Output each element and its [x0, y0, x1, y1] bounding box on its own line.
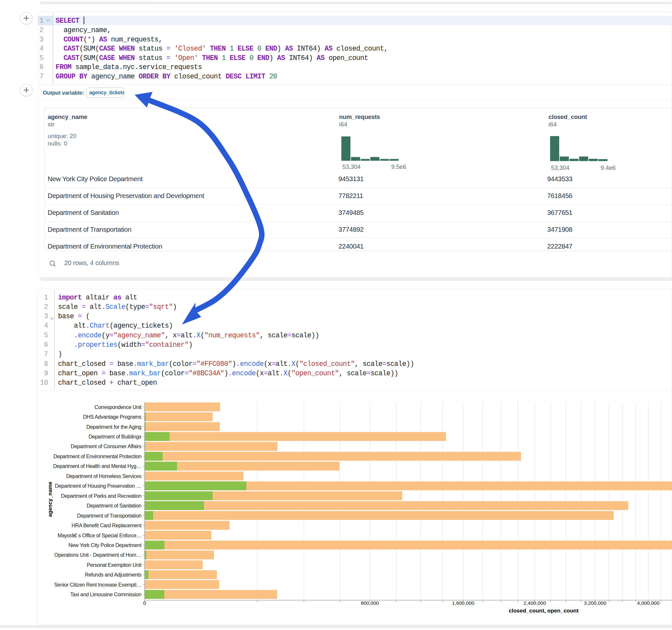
svg-text:agency_name: agency_name: [47, 482, 53, 517]
svg-text:Mayorâ€ s Office of Special En: Mayorâ€ s Office of Special Enforce…: [58, 533, 141, 538]
svg-text:Correspondence Unit: Correspondence Unit: [94, 405, 141, 410]
svg-text:Taxi and Limousine Commission: Taxi and Limousine Commission: [70, 592, 141, 597]
svg-text:New York City Police Departmen: New York City Police Department: [68, 542, 142, 548]
svg-text:Personal Exemption Unit: Personal Exemption Unit: [87, 562, 142, 568]
svg-text:closed_count, open_count: closed_count, open_count: [509, 608, 579, 614]
svg-text:4,000,000: 4,000,000: [637, 600, 659, 606]
svg-text:Department of Environmental Pr: Department of Environmental Protection: [53, 454, 141, 459]
svg-text:1,600,000: 1,600,000: [452, 600, 474, 606]
svg-text:Department for the Aging: Department for the Aging: [87, 424, 141, 430]
svg-text:Operations Unit - Department o: Operations Unit - Department of Hom…: [54, 552, 141, 558]
svg-text:Department of Housing Preserva: Department of Housing Preservation …: [55, 483, 141, 489]
svg-text:Department of Sanitation: Department of Sanitation: [87, 503, 141, 508]
svg-text:Department of Health and Menta: Department of Health and Mental Hyg…: [53, 463, 141, 469]
svg-text:3,200,000: 3,200,000: [584, 600, 606, 606]
svg-text:0: 0: [143, 600, 146, 606]
svg-text:Department of Consumer Affairs: Department of Consumer Affairs: [71, 444, 141, 449]
svg-text:800,000: 800,000: [361, 600, 379, 606]
svg-text:Department of Parks and Recrea: Department of Parks and Recreation: [61, 493, 141, 499]
svg-text:Department of Transportation: Department of Transportation: [77, 513, 141, 518]
svg-text:Department of Homeless Service: Department of Homeless Services: [66, 474, 141, 479]
svg-text:HRA Benefit Card Replacement: HRA Benefit Card Replacement: [72, 523, 142, 528]
svg-text:Senior Citizen Rent Increase E: Senior Citizen Rent Increase Exempti…: [54, 582, 141, 587]
svg-text:Department of Buildings: Department of Buildings: [89, 434, 141, 439]
svg-text:DHS Advantage Programs: DHS Advantage Programs: [83, 414, 141, 420]
svg-text:2,400,000: 2,400,000: [524, 600, 546, 606]
svg-text:Refunds and Adjustments: Refunds and Adjustments: [85, 572, 142, 578]
